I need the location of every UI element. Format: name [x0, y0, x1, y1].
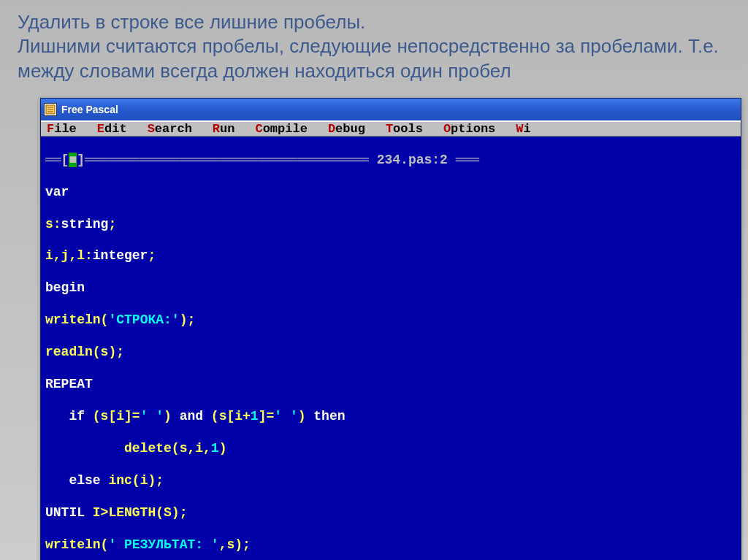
code-line: var [45, 185, 69, 199]
menu-options[interactable]: Options [443, 122, 495, 136]
titlebar[interactable]: Free Pascal [41, 99, 741, 120]
menu-debug[interactable]: Debug [328, 122, 365, 136]
menu-run[interactable]: Run [213, 122, 235, 136]
code-line: writeln('СТРОКА:'); [45, 312, 736, 329]
code-line: if (s[i]=' ') and (s[i+1]=' ') then [45, 409, 736, 425]
code-line: REPEAT [45, 377, 93, 391]
menu-file[interactable]: File [47, 122, 77, 136]
menu-search[interactable]: Search [148, 122, 192, 136]
window-title: Free Pascal [61, 104, 118, 115]
menubar: File Edit Search Run Compile Debug Tools… [41, 120, 741, 137]
code-line: delete(s,i,1) [45, 441, 736, 457]
code-line: i,j,l:integer; [45, 248, 736, 264]
code-editor[interactable]: ══[■]═══════════════════════════════════… [41, 137, 741, 560]
code-line: writeln(' РЕЗУЛЬТАТ: ',s); [45, 537, 736, 553]
tab-title: 234.pas:2 [377, 153, 448, 167]
code-line: else inc(i); [45, 473, 736, 489]
code-line: s:string; [45, 217, 736, 233]
slide-title: Удалить в строке все лишние пробелы. Лиш… [0, 0, 748, 98]
code-line: readln(s); [45, 345, 124, 359]
code-line: begin [45, 280, 85, 295]
app-icon [44, 103, 57, 116]
slide: Удалить в строке все лишние пробелы. Лиш… [0, 0, 748, 560]
code-line: UNTIL I>LENGTH(S); [45, 505, 736, 521]
menu-compile[interactable]: Compile [255, 122, 307, 136]
ide-window: Free Pascal File Edit Search Run Compile… [40, 98, 741, 560]
editor-frame-top: ══[■]═══════════════════════════════════… [45, 153, 736, 169]
menu-window[interactable]: Wi [516, 122, 530, 136]
menu-tools[interactable]: Tools [386, 122, 423, 136]
menu-edit[interactable]: Edit [97, 122, 127, 136]
